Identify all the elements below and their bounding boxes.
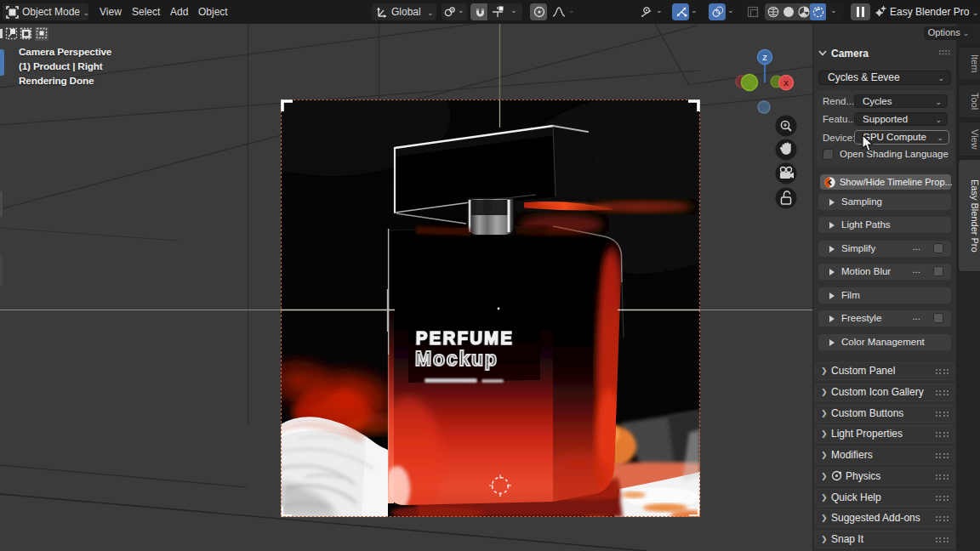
svg-text:X: X: [783, 79, 789, 88]
svg-text:Z: Z: [762, 54, 767, 62]
